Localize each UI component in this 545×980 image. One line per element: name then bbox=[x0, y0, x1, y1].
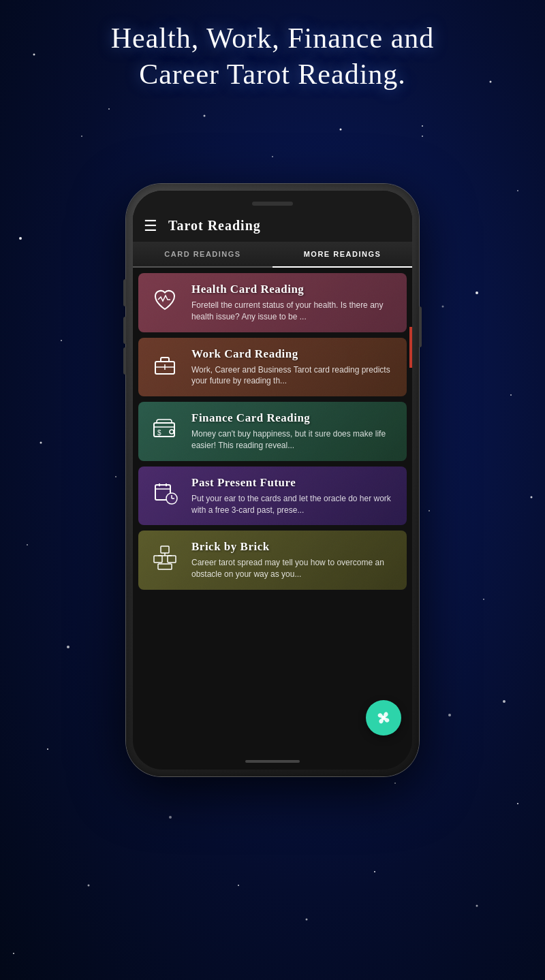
phone-speaker bbox=[252, 202, 293, 206]
svg-point-7 bbox=[47, 748, 48, 750]
svg-point-23 bbox=[422, 136, 423, 137]
svg-rect-51 bbox=[168, 556, 176, 563]
svg-point-33 bbox=[374, 871, 375, 872]
svg-point-17 bbox=[517, 803, 518, 804]
svg-point-2 bbox=[19, 237, 22, 240]
work-icon-wrap bbox=[148, 347, 182, 381]
tab-card-readings[interactable]: CARD READINGS bbox=[133, 242, 272, 266]
svg-rect-49 bbox=[161, 546, 169, 553]
health-card-title: Health Card Reading bbox=[191, 283, 397, 296]
finance-card-reading-item[interactable]: $ Finance Card Reading Money can't buy h… bbox=[138, 402, 407, 461]
briefcase-icon bbox=[151, 351, 178, 378]
app-bar: ☰ Tarot Reading bbox=[133, 191, 412, 242]
brick-card-title: Brick by Brick bbox=[191, 540, 397, 554]
brick-card-desc: Career tarot spread may tell you how to … bbox=[191, 557, 397, 580]
app-title: Tarot Reading bbox=[168, 218, 261, 234]
svg-rect-50 bbox=[154, 556, 162, 563]
reading-card-list: Health Card Reading Foretell the current… bbox=[133, 268, 412, 753]
svg-point-26 bbox=[448, 714, 451, 716]
svg-point-31 bbox=[238, 885, 239, 886]
hamburger-icon[interactable]: ☰ bbox=[144, 219, 157, 234]
work-card-reading-item[interactable]: Work Card Reading Work, Career and Busin… bbox=[138, 338, 407, 397]
scroll-indicator bbox=[409, 327, 412, 368]
app-screen: ☰ Tarot Reading CARD READINGS MORE READI… bbox=[133, 191, 412, 770]
svg-point-19 bbox=[108, 108, 110, 110]
svg-point-16 bbox=[503, 700, 505, 703]
svg-rect-55 bbox=[158, 564, 172, 569]
svg-point-8 bbox=[88, 885, 90, 887]
phone-outer-shell: ☰ Tarot Reading CARD READINGS MORE READI… bbox=[126, 184, 419, 776]
svg-point-35 bbox=[394, 783, 396, 784]
past-card-content: Past Present Future Put your ear to the … bbox=[191, 476, 397, 516]
bottom-navigation-bar bbox=[133, 753, 412, 770]
svg-text:$: $ bbox=[157, 429, 161, 437]
svg-point-12 bbox=[476, 291, 478, 294]
svg-point-3 bbox=[61, 340, 62, 341]
wallet-icon: $ bbox=[151, 415, 178, 442]
health-card-content: Health Card Reading Foretell the current… bbox=[191, 283, 397, 323]
svg-point-6 bbox=[67, 646, 69, 648]
finance-card-title: Finance Card Reading bbox=[191, 411, 397, 425]
brick-icon-wrap bbox=[148, 540, 182, 574]
calendar-clock-icon bbox=[151, 479, 178, 507]
svg-point-41 bbox=[170, 430, 174, 434]
svg-point-15 bbox=[483, 599, 484, 600]
svg-point-28 bbox=[422, 125, 423, 127]
past-icon-wrap bbox=[148, 476, 182, 510]
svg-point-18 bbox=[476, 905, 478, 907]
past-card-title: Past Present Future bbox=[191, 476, 397, 490]
work-card-content: Work Card Reading Work, Career and Busin… bbox=[191, 347, 397, 388]
svg-point-30 bbox=[204, 115, 206, 117]
svg-point-34 bbox=[169, 816, 172, 819]
tab-more-readings[interactable]: MORE READINGS bbox=[272, 242, 412, 266]
svg-point-14 bbox=[531, 496, 533, 499]
svg-point-13 bbox=[510, 394, 512, 396]
brick-card-content: Brick by Brick Career tarot spread may t… bbox=[191, 540, 397, 580]
past-card-desc: Put your ear to the cards and let the or… bbox=[191, 493, 397, 516]
svg-point-1 bbox=[81, 136, 82, 137]
svg-point-21 bbox=[115, 476, 116, 477]
svg-point-29 bbox=[272, 156, 273, 157]
svg-point-9 bbox=[13, 953, 14, 954]
brick-by-brick-item[interactable]: Brick by Brick Career tarot spread may t… bbox=[138, 531, 407, 590]
home-indicator bbox=[245, 760, 300, 763]
svg-point-11 bbox=[517, 190, 518, 191]
finance-icon-wrap: $ bbox=[148, 411, 182, 445]
page-heading: Health, Work, Finance and Career Tarot R… bbox=[0, 20, 545, 92]
work-card-title: Work Card Reading bbox=[191, 347, 397, 361]
health-card-reading-item[interactable]: Health Card Reading Foretell the current… bbox=[138, 273, 407, 332]
health-icon-wrap bbox=[148, 283, 182, 317]
phone-screen: ☰ Tarot Reading CARD READINGS MORE READI… bbox=[133, 191, 412, 770]
heart-pulse-icon bbox=[151, 286, 178, 313]
svg-point-24 bbox=[442, 306, 444, 308]
svg-point-4 bbox=[40, 442, 42, 444]
svg-point-32 bbox=[306, 919, 308, 921]
fan-icon bbox=[374, 708, 393, 727]
svg-point-5 bbox=[27, 544, 28, 546]
building-blocks-icon bbox=[151, 543, 178, 571]
finance-card-content: Finance Card Reading Money can't buy hap… bbox=[191, 411, 397, 452]
past-present-future-item[interactable]: Past Present Future Put your ear to the … bbox=[138, 467, 407, 526]
tab-bar: CARD READINGS MORE READINGS bbox=[133, 242, 412, 268]
work-card-desc: Work, Career and Business Tarot card rea… bbox=[191, 364, 397, 388]
phone-mockup: ☰ Tarot Reading CARD READINGS MORE READI… bbox=[126, 184, 419, 776]
heading-line1: Health, Work, Finance and Career Tarot R… bbox=[0, 20, 545, 92]
finance-card-desc: Money can't buy happiness, but it sure d… bbox=[191, 428, 397, 452]
svg-point-25 bbox=[429, 510, 430, 511]
svg-point-27 bbox=[340, 129, 342, 131]
health-card-desc: Foretell the current status of your heal… bbox=[191, 300, 397, 323]
fab-button[interactable] bbox=[366, 700, 401, 736]
